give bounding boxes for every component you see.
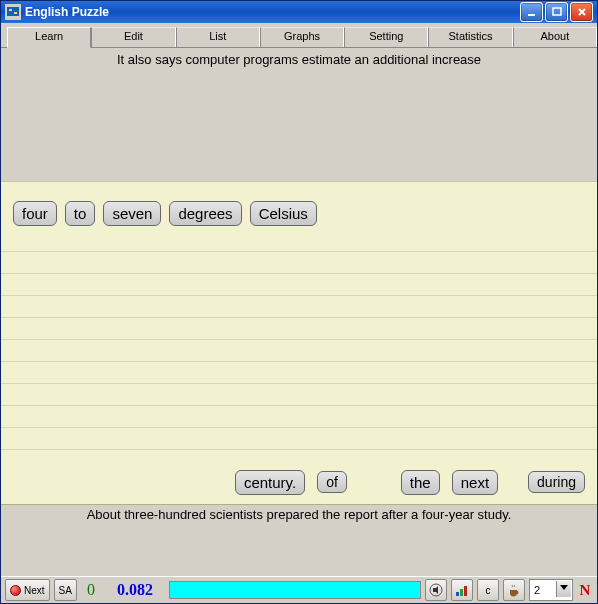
svg-rect-12 xyxy=(464,586,467,596)
spacer-bottom xyxy=(1,524,597,576)
tab-list[interactable]: List xyxy=(176,27,260,47)
svg-rect-11 xyxy=(460,589,463,596)
maximize-button[interactable] xyxy=(545,2,568,22)
record-dot-icon xyxy=(10,585,21,596)
word-button[interactable]: four xyxy=(13,201,57,226)
tab-setting[interactable]: Setting xyxy=(344,27,428,47)
level-value: 2 xyxy=(534,584,540,596)
close-button[interactable] xyxy=(570,2,593,22)
app-icon xyxy=(5,4,21,20)
spacer-top xyxy=(1,71,597,181)
title-controls xyxy=(520,2,593,22)
next-label: Next xyxy=(24,585,45,596)
word-button[interactable]: century. xyxy=(235,470,305,495)
word-button[interactable]: the xyxy=(401,470,440,495)
svg-rect-4 xyxy=(528,14,535,16)
svg-marker-9 xyxy=(433,586,438,594)
tab-about[interactable]: About xyxy=(513,27,597,47)
svg-rect-2 xyxy=(9,9,12,11)
coffee-button[interactable] xyxy=(503,579,525,601)
title-text: English Puzzle xyxy=(25,5,520,19)
tab-graphs[interactable]: Graphs xyxy=(260,27,344,47)
word-button[interactable]: seven xyxy=(103,201,161,226)
tab-learn[interactable]: Learn xyxy=(7,27,91,48)
speaker-icon xyxy=(429,583,443,597)
chevron-down-icon xyxy=(560,585,568,590)
pool-row: century. of the next during xyxy=(1,460,597,504)
c-button[interactable]: c xyxy=(477,579,499,601)
minimize-button[interactable] xyxy=(520,2,543,22)
answer-input[interactable] xyxy=(169,581,421,599)
svg-rect-10 xyxy=(456,592,459,596)
svg-rect-3 xyxy=(14,12,17,14)
next-button[interactable]: Next xyxy=(5,579,50,601)
word-button[interactable]: Celsius xyxy=(250,201,317,226)
word-button[interactable]: of xyxy=(317,471,347,493)
app-window: English Puzzle Learn Edit List Graphs Se… xyxy=(0,0,598,604)
answer-text: About three-hundred scientists prepared … xyxy=(1,505,597,524)
title-bar: English Puzzle xyxy=(1,1,597,23)
puzzle-area: four to seven degrees Celsius century. o… xyxy=(1,181,597,505)
sa-label: SA xyxy=(59,585,72,596)
client-area: It also says computer programs estimate … xyxy=(1,48,597,603)
chart-icon xyxy=(455,583,469,597)
svg-rect-5 xyxy=(553,8,561,15)
level-select[interactable]: 2 xyxy=(529,579,573,601)
chart-button[interactable] xyxy=(451,579,473,601)
word-button[interactable]: degrees xyxy=(169,201,241,226)
word-button[interactable]: next xyxy=(452,470,498,495)
tab-statistics[interactable]: Statistics xyxy=(428,27,512,47)
c-label: c xyxy=(486,585,491,596)
tab-bar: Learn Edit List Graphs Setting Statistic… xyxy=(1,23,597,48)
svg-rect-1 xyxy=(7,7,19,16)
mode-indicator: N xyxy=(577,582,593,599)
coffee-icon xyxy=(507,583,521,597)
status-bar: Next SA 0 0.082 c xyxy=(1,576,597,603)
counter-green: 0 xyxy=(81,581,101,599)
sa-button[interactable]: SA xyxy=(54,579,77,601)
counter-blue: 0.082 xyxy=(105,581,165,599)
placed-row: four to seven degrees Celsius xyxy=(1,182,597,230)
puzzle-drop-zone[interactable] xyxy=(1,230,597,460)
tab-edit[interactable]: Edit xyxy=(91,27,175,47)
word-button[interactable]: to xyxy=(65,201,96,226)
sound-button[interactable] xyxy=(425,579,447,601)
word-button[interactable]: during xyxy=(528,471,585,493)
question-text: It also says computer programs estimate … xyxy=(1,48,597,71)
